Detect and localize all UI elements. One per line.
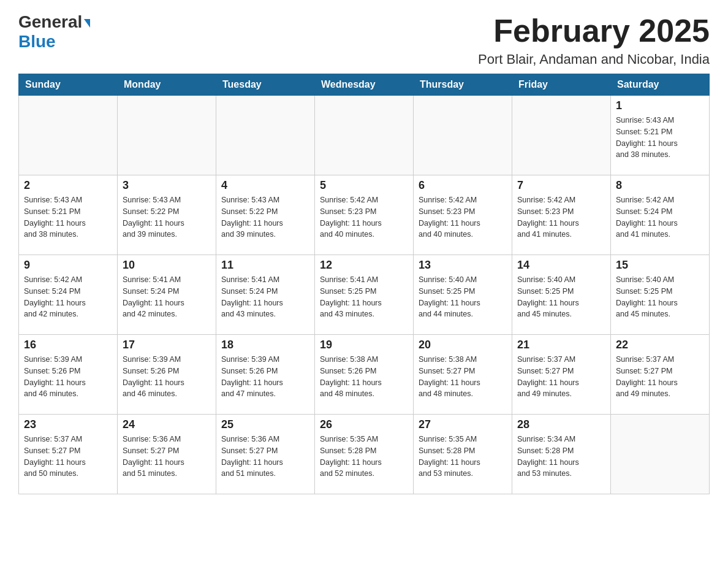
calendar-table: SundayMondayTuesdayWednesdayThursdayFrid… [18, 74, 710, 494]
day-number: 21 [517, 339, 605, 351]
day-info: Sunrise: 5:39 AM Sunset: 5:26 PM Dayligh… [123, 354, 211, 400]
day-number: 10 [123, 259, 211, 272]
calendar-cell: 4Sunrise: 5:43 AM Sunset: 5:22 PM Daylig… [216, 175, 315, 255]
calendar-cell [512, 96, 611, 175]
calendar-cell: 19Sunrise: 5:38 AM Sunset: 5:26 PM Dayli… [315, 335, 414, 415]
header-cell-saturday: Saturday [611, 74, 710, 96]
day-number: 16 [24, 339, 112, 351]
calendar-cell: 27Sunrise: 5:35 AM Sunset: 5:28 PM Dayli… [414, 415, 512, 494]
day-info: Sunrise: 5:42 AM Sunset: 5:24 PM Dayligh… [616, 194, 704, 240]
header-row: SundayMondayTuesdayWednesdayThursdayFrid… [19, 74, 710, 96]
page-header: General Blue February 2025 Port Blair, A… [18, 12, 710, 67]
day-info: Sunrise: 5:43 AM Sunset: 5:21 PM Dayligh… [24, 194, 112, 240]
day-info: Sunrise: 5:43 AM Sunset: 5:21 PM Dayligh… [616, 115, 704, 161]
day-number: 8 [616, 179, 704, 192]
day-info: Sunrise: 5:36 AM Sunset: 5:27 PM Dayligh… [221, 434, 309, 480]
calendar-cell: 2Sunrise: 5:43 AM Sunset: 5:21 PM Daylig… [19, 175, 118, 255]
calendar-week-2: 2Sunrise: 5:43 AM Sunset: 5:21 PM Daylig… [19, 175, 710, 255]
calendar-cell: 13Sunrise: 5:40 AM Sunset: 5:25 PM Dayli… [414, 255, 512, 335]
calendar-cell [315, 96, 414, 175]
calendar-cell: 25Sunrise: 5:36 AM Sunset: 5:27 PM Dayli… [216, 415, 315, 494]
day-number: 26 [320, 418, 408, 431]
day-number: 22 [616, 339, 704, 351]
calendar-cell: 16Sunrise: 5:39 AM Sunset: 5:26 PM Dayli… [19, 335, 118, 415]
day-info: Sunrise: 5:41 AM Sunset: 5:24 PM Dayligh… [123, 274, 211, 320]
day-info: Sunrise: 5:41 AM Sunset: 5:24 PM Dayligh… [221, 274, 309, 320]
day-info: Sunrise: 5:41 AM Sunset: 5:25 PM Dayligh… [320, 274, 408, 320]
day-number: 18 [221, 339, 309, 351]
day-info: Sunrise: 5:40 AM Sunset: 5:25 PM Dayligh… [419, 274, 507, 320]
day-number: 17 [123, 339, 211, 351]
calendar-cell: 26Sunrise: 5:35 AM Sunset: 5:28 PM Dayli… [315, 415, 414, 494]
calendar-cell [19, 96, 118, 175]
day-number: 28 [517, 418, 605, 431]
day-number: 14 [517, 259, 605, 272]
calendar-week-3: 9Sunrise: 5:42 AM Sunset: 5:24 PM Daylig… [19, 255, 710, 335]
logo-arrow-icon [84, 19, 90, 28]
day-info: Sunrise: 5:35 AM Sunset: 5:28 PM Dayligh… [419, 434, 507, 480]
day-info: Sunrise: 5:42 AM Sunset: 5:23 PM Dayligh… [517, 194, 605, 240]
day-number: 23 [24, 418, 112, 431]
header-cell-thursday: Thursday [414, 74, 512, 96]
day-number: 11 [221, 259, 309, 272]
calendar-cell: 6Sunrise: 5:42 AM Sunset: 5:23 PM Daylig… [414, 175, 512, 255]
day-info: Sunrise: 5:38 AM Sunset: 5:27 PM Dayligh… [419, 354, 507, 400]
day-info: Sunrise: 5:37 AM Sunset: 5:27 PM Dayligh… [616, 354, 704, 400]
day-number: 19 [320, 339, 408, 351]
day-info: Sunrise: 5:42 AM Sunset: 5:24 PM Dayligh… [24, 274, 112, 320]
day-info: Sunrise: 5:40 AM Sunset: 5:25 PM Dayligh… [616, 274, 704, 320]
calendar-cell: 7Sunrise: 5:42 AM Sunset: 5:23 PM Daylig… [512, 175, 611, 255]
day-number: 9 [24, 259, 112, 272]
day-info: Sunrise: 5:43 AM Sunset: 5:22 PM Dayligh… [221, 194, 309, 240]
logo: General Blue [18, 12, 90, 52]
day-info: Sunrise: 5:40 AM Sunset: 5:25 PM Dayligh… [517, 274, 605, 320]
title-section: February 2025 Port Blair, Andaman and Ni… [478, 12, 710, 67]
day-info: Sunrise: 5:35 AM Sunset: 5:28 PM Dayligh… [320, 434, 408, 480]
calendar-cell: 23Sunrise: 5:37 AM Sunset: 5:27 PM Dayli… [19, 415, 118, 494]
calendar-week-5: 23Sunrise: 5:37 AM Sunset: 5:27 PM Dayli… [19, 415, 710, 494]
day-info: Sunrise: 5:37 AM Sunset: 5:27 PM Dayligh… [517, 354, 605, 400]
calendar-cell: 15Sunrise: 5:40 AM Sunset: 5:25 PM Dayli… [611, 255, 710, 335]
calendar-cell [216, 96, 315, 175]
day-number: 4 [221, 179, 309, 192]
day-info: Sunrise: 5:43 AM Sunset: 5:22 PM Dayligh… [123, 194, 211, 240]
header-cell-friday: Friday [512, 74, 611, 96]
day-number: 24 [123, 418, 211, 431]
subtitle: Port Blair, Andaman and Nicobar, India [478, 52, 710, 67]
logo-general-text: General [18, 12, 82, 32]
day-number: 20 [419, 339, 507, 351]
calendar-cell [414, 96, 512, 175]
calendar-cell [118, 96, 216, 175]
calendar-cell: 17Sunrise: 5:39 AM Sunset: 5:26 PM Dayli… [118, 335, 216, 415]
calendar-cell: 21Sunrise: 5:37 AM Sunset: 5:27 PM Dayli… [512, 335, 611, 415]
calendar-cell: 8Sunrise: 5:42 AM Sunset: 5:24 PM Daylig… [611, 175, 710, 255]
header-cell-sunday: Sunday [19, 74, 118, 96]
day-number: 25 [221, 418, 309, 431]
calendar-cell: 20Sunrise: 5:38 AM Sunset: 5:27 PM Dayli… [414, 335, 512, 415]
calendar-cell: 10Sunrise: 5:41 AM Sunset: 5:24 PM Dayli… [118, 255, 216, 335]
day-number: 7 [517, 179, 605, 192]
day-number: 1 [616, 99, 704, 112]
header-cell-monday: Monday [118, 74, 216, 96]
calendar-cell: 9Sunrise: 5:42 AM Sunset: 5:24 PM Daylig… [19, 255, 118, 335]
calendar-cell: 11Sunrise: 5:41 AM Sunset: 5:24 PM Dayli… [216, 255, 315, 335]
day-number: 13 [419, 259, 507, 272]
day-number: 27 [419, 418, 507, 431]
header-cell-wednesday: Wednesday [315, 74, 414, 96]
day-number: 6 [419, 179, 507, 192]
day-info: Sunrise: 5:39 AM Sunset: 5:26 PM Dayligh… [24, 354, 112, 400]
day-number: 12 [320, 259, 408, 272]
day-info: Sunrise: 5:39 AM Sunset: 5:26 PM Dayligh… [221, 354, 309, 400]
day-number: 15 [616, 259, 704, 272]
calendar-cell: 14Sunrise: 5:40 AM Sunset: 5:25 PM Dayli… [512, 255, 611, 335]
day-info: Sunrise: 5:37 AM Sunset: 5:27 PM Dayligh… [24, 434, 112, 480]
day-info: Sunrise: 5:42 AM Sunset: 5:23 PM Dayligh… [320, 194, 408, 240]
calendar-cell: 12Sunrise: 5:41 AM Sunset: 5:25 PM Dayli… [315, 255, 414, 335]
calendar-cell: 24Sunrise: 5:36 AM Sunset: 5:27 PM Dayli… [118, 415, 216, 494]
day-number: 5 [320, 179, 408, 192]
calendar-cell [611, 415, 710, 494]
calendar-cell: 5Sunrise: 5:42 AM Sunset: 5:23 PM Daylig… [315, 175, 414, 255]
calendar-cell: 28Sunrise: 5:34 AM Sunset: 5:28 PM Dayli… [512, 415, 611, 494]
calendar-cell: 18Sunrise: 5:39 AM Sunset: 5:26 PM Dayli… [216, 335, 315, 415]
calendar-body: 1Sunrise: 5:43 AM Sunset: 5:21 PM Daylig… [19, 96, 710, 494]
